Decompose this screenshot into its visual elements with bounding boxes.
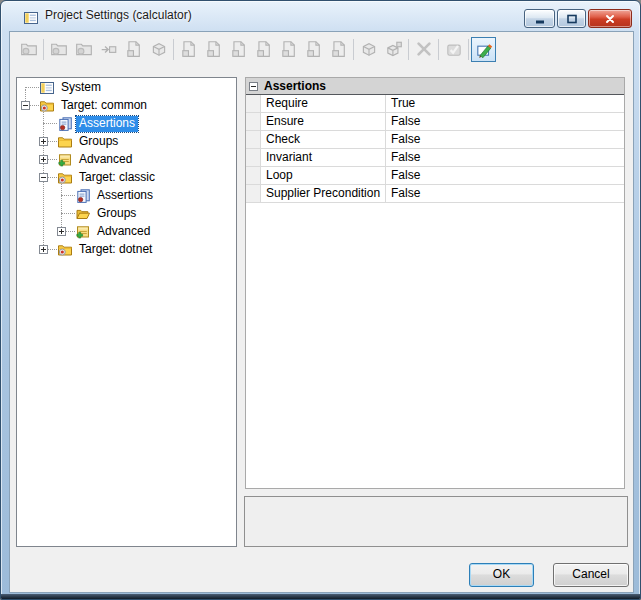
property-row-gutter: [246, 95, 261, 112]
tree-item-label: Target: classic: [76, 170, 158, 186]
settings-tree: SystemTarget: commonAssertionsGroupsAdva…: [16, 77, 237, 547]
property-row[interactable]: CheckFalse: [246, 131, 624, 149]
archive-icon[interactable]: [121, 37, 146, 62]
tree-item-label: Target: dotnet: [76, 242, 155, 258]
property-row[interactable]: Supplier PreconditionFalse: [246, 185, 624, 203]
collapse-group-button[interactable]: [249, 82, 258, 91]
description-panel: [244, 496, 628, 547]
toolbar-separator: [353, 39, 354, 60]
property-group-title: Assertions: [264, 79, 326, 93]
cube-add-icon[interactable]: [381, 37, 406, 62]
property-value[interactable]: False: [386, 149, 624, 166]
property-value[interactable]: False: [386, 185, 624, 202]
document-7-icon[interactable]: [326, 37, 351, 62]
document-1-icon[interactable]: [176, 37, 201, 62]
maximize-button[interactable]: [557, 9, 586, 28]
document-6-icon[interactable]: [301, 37, 326, 62]
target-icon: [57, 242, 73, 258]
assertions-icon: [75, 188, 91, 204]
property-name: Check: [261, 131, 386, 148]
tree-connector: [43, 123, 57, 124]
document-3-icon[interactable]: [226, 37, 251, 62]
tree-item-groups[interactable]: Groups: [17, 205, 236, 223]
cancel-button[interactable]: Cancel: [553, 563, 629, 587]
property-row-gutter: [246, 167, 261, 184]
tree-item-target-classic[interactable]: Target: classic: [17, 169, 236, 187]
expand-expander[interactable]: [39, 155, 48, 164]
close-icon: [602, 12, 618, 26]
property-grid: Assertions RequireTrueEnsureFalseCheckFa…: [245, 77, 625, 489]
property-name: Require: [261, 95, 386, 112]
property-name: Ensure: [261, 113, 386, 130]
tree-item-groups[interactable]: Groups: [17, 133, 236, 151]
assertions-icon: [57, 116, 73, 132]
tree-item-label: Groups: [94, 206, 139, 222]
folder-badge-icon[interactable]: [71, 37, 96, 62]
tree-item-label: Assertions: [76, 116, 138, 132]
window-title: Project Settings (calculator): [45, 1, 192, 31]
tree-connector: [25, 87, 39, 88]
property-value[interactable]: False: [386, 131, 624, 148]
property-value[interactable]: True: [386, 95, 624, 112]
document-5-icon[interactable]: [276, 37, 301, 62]
close-button[interactable]: [588, 9, 632, 28]
property-row[interactable]: InvariantFalse: [246, 149, 624, 167]
tree-item-advanced[interactable]: Advanced: [17, 223, 236, 241]
tree-connector: [61, 195, 75, 196]
property-value[interactable]: False: [386, 167, 624, 184]
delete-icon[interactable]: [411, 37, 436, 62]
tree-item-assertions[interactable]: Assertions: [17, 115, 236, 133]
app-icon: [23, 10, 39, 26]
tree-item-label: Advanced: [76, 152, 135, 168]
toolbar: [16, 35, 496, 63]
toolbar-separator: [468, 39, 469, 60]
project-settings-window: Project Settings (calculator) SystemTarg…: [0, 0, 641, 600]
tree-item-label: Target: common: [58, 98, 150, 114]
folderOpen-icon: [75, 206, 91, 222]
minimize-icon: [533, 12, 547, 26]
property-row-gutter: [246, 185, 261, 202]
property-row-gutter: [246, 131, 261, 148]
tree-item-advanced[interactable]: Advanced: [17, 151, 236, 169]
tree-item-target-common[interactable]: Target: common: [17, 97, 236, 115]
expand-expander[interactable]: [39, 137, 48, 146]
tree-item-assertions[interactable]: Assertions: [17, 187, 236, 205]
property-name: Supplier Precondition: [261, 185, 386, 202]
advanced-icon: [57, 152, 73, 168]
property-row-gutter: [246, 113, 261, 130]
window-bottom-border: [1, 594, 640, 599]
package-icon[interactable]: [146, 37, 171, 62]
maximize-icon: [565, 12, 579, 26]
system-icon: [39, 80, 55, 96]
property-row-gutter: [246, 149, 261, 166]
expand-expander[interactable]: [39, 245, 48, 254]
toolbar-separator: [43, 39, 44, 60]
tree-item-label: Groups: [76, 134, 121, 150]
collapse-expander[interactable]: [39, 173, 48, 182]
tree-item-target-dotnet[interactable]: Target: dotnet: [17, 241, 236, 259]
ok-button[interactable]: OK: [469, 563, 534, 587]
titlebar[interactable]: Project Settings (calculator): [1, 1, 640, 31]
check-edit-icon[interactable]: [441, 37, 466, 62]
folder-icon[interactable]: [46, 37, 71, 62]
minimize-button[interactable]: [524, 9, 555, 28]
property-row[interactable]: LoopFalse: [246, 167, 624, 185]
toolbar-separator: [173, 39, 174, 60]
collapse-expander[interactable]: [21, 101, 30, 110]
property-name: Invariant: [261, 149, 386, 166]
cube-icon[interactable]: [356, 37, 381, 62]
link-icon[interactable]: [96, 37, 121, 62]
expand-expander[interactable]: [57, 227, 66, 236]
property-value[interactable]: False: [386, 113, 624, 130]
document-4-icon[interactable]: [251, 37, 276, 62]
folder-icon: [57, 134, 73, 150]
document-2-icon[interactable]: [201, 37, 226, 62]
property-row[interactable]: RequireTrue: [246, 95, 624, 113]
property-row[interactable]: EnsureFalse: [246, 113, 624, 131]
target-icon: [57, 170, 73, 186]
target-icon: [39, 98, 55, 114]
folder-media-icon[interactable]: [16, 37, 41, 62]
property-name: Loop: [261, 167, 386, 184]
tree-item-system[interactable]: System: [17, 79, 236, 97]
edit-pencil-icon[interactable]: [471, 37, 496, 62]
